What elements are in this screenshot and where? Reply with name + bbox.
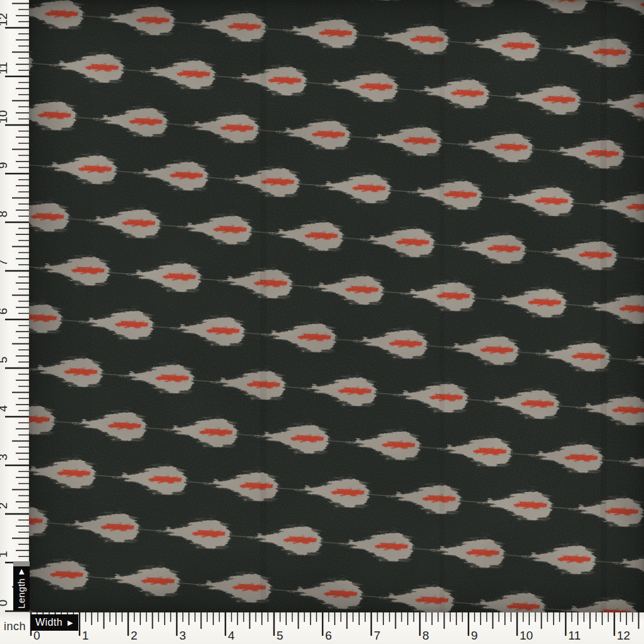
length-label: Length [16,578,27,608]
width-ruler-number: 11 [568,629,581,642]
length-ruler-number: 11 [0,62,9,75]
width-label: Width [35,617,63,628]
fabric-crease [260,0,266,612]
up-arrow-icon: ▶ [18,568,25,574]
length-ruler-number: 12 [0,13,9,26]
width-ruler-number: 6 [325,629,332,642]
length-ruler-number: 1 [0,551,9,558]
width-ruler-number: 4 [228,629,235,642]
length-ruler-number: 7 [0,259,9,266]
length-ruler-number: 0 [0,600,9,607]
width-ruler-number: 0 [33,629,40,642]
length-ruler-number: 8 [0,211,9,218]
length-ruler-number: 9 [0,162,9,169]
width-ruler-number: 7 [374,629,381,642]
unit-label: inch [4,620,26,633]
right-arrow-icon: ▶ [68,619,73,626]
length-ruler-number: 6 [0,308,9,315]
width-ruler-number: 9 [471,629,478,642]
length-ribbon-fold [13,561,30,566]
fabric-pattern-svg [29,0,644,612]
width-ruler-number: 2 [131,629,138,642]
width-ruler-number: 1 [82,629,89,642]
width-ruler-number: 8 [422,629,429,642]
length-ruler-number: 2 [0,503,9,510]
fabric-crease [600,0,607,612]
length-ruler-number: 3 [0,454,9,461]
width-ruler-number: 5 [277,629,283,642]
fabric-swatch [29,0,644,612]
width-ruler-number: 3 [179,629,186,642]
ruler-vertical-length: 0123456789101112 [0,0,29,613]
width-ruler-number: 10 [520,629,533,642]
length-ruler-number: 10 [0,110,9,123]
fabric-crease [439,0,444,612]
fabric-product-photo: 0123456789101112 0123456789101112 inch L… [0,0,644,644]
ruler-horizontal-width: 0123456789101112 inch [0,612,644,644]
width-ribbon: Width ▶ [30,614,78,631]
length-ribbon: Length ▶ [13,566,30,611]
fabric-weave-grain [29,0,644,612]
length-ruler-number: 5 [0,357,9,364]
width-ruler-number: 12 [617,629,630,642]
length-ruler-number: 4 [0,405,9,412]
